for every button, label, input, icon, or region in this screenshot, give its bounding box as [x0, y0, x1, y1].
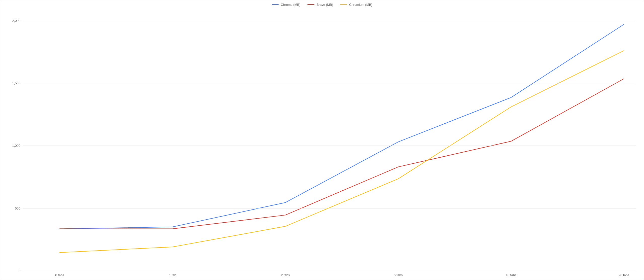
x-tick-label: 20 tabs — [619, 271, 629, 277]
x-tick-label: 2 tabs — [281, 271, 290, 277]
legend-label: Chromium (MB) — [349, 3, 372, 7]
legend-swatch — [272, 4, 279, 5]
plot-area: 05001,0001,5002,0000 tabs1 tab2 tabs6 ta… — [23, 8, 636, 271]
y-tick-label: 2,000 — [12, 19, 23, 22]
y-tick-label: 0 — [19, 269, 23, 273]
chart-frame: Chrome (MB)Brave (MB)Chromium (MB) 05001… — [0, 0, 644, 280]
y-tick-label: 1,500 — [12, 81, 23, 85]
plot-wrap: 05001,0001,5002,0000 tabs1 tab2 tabs6 ta… — [23, 8, 636, 271]
legend-item[interactable]: Brave (MB) — [307, 3, 333, 7]
legend-item[interactable]: Chrome (MB) — [272, 3, 300, 7]
x-tick-label: 0 tabs — [55, 271, 64, 277]
gridline — [23, 83, 636, 83]
series-line[interactable] — [60, 51, 624, 253]
legend-swatch — [307, 4, 314, 5]
legend: Chrome (MB)Brave (MB)Chromium (MB) — [0, 0, 644, 8]
x-tick-label: 1 tab — [169, 271, 176, 277]
series-line[interactable] — [60, 24, 624, 229]
y-tick-label: 500 — [15, 206, 23, 210]
legend-label: Brave (MB) — [316, 3, 333, 7]
x-tick-label: 10 tabs — [506, 271, 517, 277]
gridline — [23, 208, 636, 208]
legend-swatch — [340, 4, 347, 5]
gridline — [23, 271, 636, 271]
gridline — [23, 21, 636, 21]
y-tick-label: 1,000 — [12, 144, 23, 148]
legend-label: Chrome (MB) — [281, 3, 300, 7]
gridline — [23, 146, 636, 146]
chart-lines — [23, 8, 636, 271]
x-tick-label: 6 tabs — [394, 271, 403, 277]
legend-item[interactable]: Chromium (MB) — [340, 3, 372, 7]
series-line[interactable] — [60, 79, 624, 229]
